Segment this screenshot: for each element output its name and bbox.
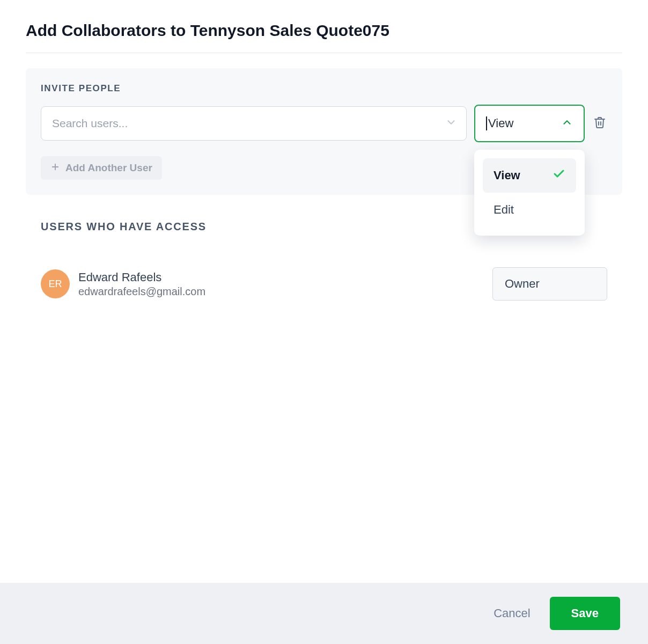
avatar: ER <box>41 269 70 298</box>
plus-icon <box>50 162 60 174</box>
delete-invite-button[interactable] <box>592 116 607 131</box>
page-title: Add Collaborators to Tennyson Sales Quot… <box>26 21 622 40</box>
user-role-label: Owner <box>505 277 540 291</box>
user-name: Edward Rafeels <box>78 270 205 284</box>
save-button[interactable]: Save <box>550 597 620 630</box>
footer-bar: Cancel Save <box>0 583 648 644</box>
permission-select-value: View <box>486 116 513 130</box>
user-row: ER Edward Rafeels edwardrafeels@gmail.co… <box>41 267 607 301</box>
trash-icon <box>593 116 606 131</box>
check-icon <box>553 167 565 184</box>
permission-option-label: Edit <box>494 203 514 217</box>
add-another-user-button[interactable]: Add Another User <box>41 156 162 180</box>
add-another-user-label: Add Another User <box>65 162 152 174</box>
permission-option-label: View <box>494 169 520 182</box>
permission-menu: View Edit <box>474 150 585 236</box>
header-divider <box>26 53 622 53</box>
permission-option-view[interactable]: View <box>483 158 576 193</box>
invite-section-label: INVITE PEOPLE <box>41 83 607 94</box>
user-email: edwardrafeels@gmail.com <box>78 286 205 298</box>
permission-option-edit[interactable]: Edit <box>483 193 576 227</box>
invite-row: View View Edit <box>41 105 607 142</box>
invite-panel: INVITE PEOPLE View View <box>26 68 622 195</box>
permission-select[interactable]: View <box>474 105 585 142</box>
chevron-up-icon <box>561 116 573 130</box>
cancel-button[interactable]: Cancel <box>494 606 530 620</box>
search-users-input[interactable] <box>41 106 467 141</box>
user-role-select[interactable]: Owner <box>492 267 607 301</box>
